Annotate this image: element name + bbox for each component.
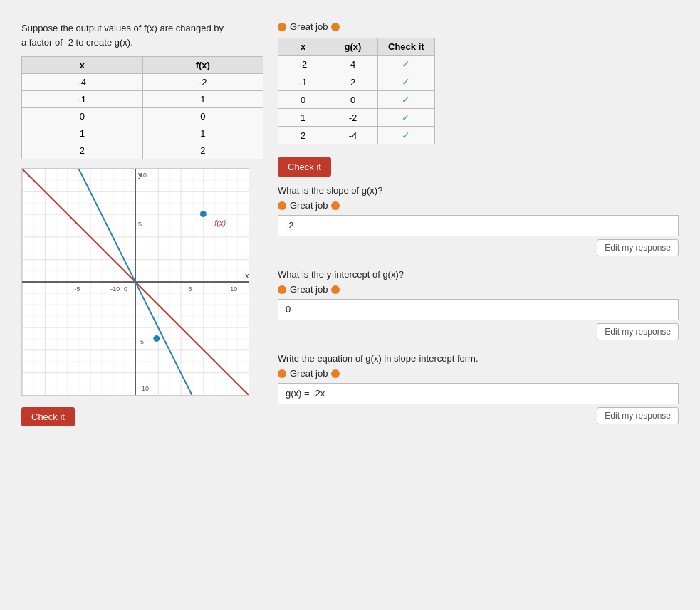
left-table-col-x: x <box>22 57 143 74</box>
left-table-row: 22 <box>22 142 263 159</box>
left-table-row: -11 <box>22 91 263 108</box>
right-table-col-check: Check it <box>378 38 435 56</box>
right-table-row: 2-4✓ <box>278 127 435 144</box>
q1-answer-text: -2 <box>286 220 294 231</box>
svg-text:10: 10 <box>230 285 237 293</box>
left-panel: Suppose the output values of f(x) are ch… <box>21 21 263 437</box>
q2-edit-button[interactable]: Edit my response <box>597 323 679 340</box>
right-table-row: 00✓ <box>278 91 435 109</box>
right-table-col-gx: g(x) <box>328 38 378 56</box>
q1-great-job-dot <box>278 201 286 210</box>
left-table-row: 11 <box>22 125 263 142</box>
q1-edit-button[interactable]: Edit my response <box>597 239 679 256</box>
problem-text: Suppose the output values of f(x) are ch… <box>21 21 263 49</box>
question-3-section: Write the equation of g(x) in slope-inte… <box>278 353 679 424</box>
left-data-table: x f(x) -4-2-11001122 <box>21 56 263 159</box>
top-great-job-dot2 <box>331 23 340 31</box>
q2-great-job-dot2 <box>331 285 340 294</box>
right-panel: Great job x g(x) Check it -24✓-12✓00✓1-2… <box>278 21 679 437</box>
right-table-row: -12✓ <box>278 73 435 91</box>
left-check-button[interactable]: Check it <box>21 407 75 426</box>
q1-great-job-text: Great job <box>290 200 328 211</box>
svg-text:-5: -5 <box>75 285 80 293</box>
main-container: Suppose the output values of f(x) are ch… <box>14 14 686 444</box>
question-2-section: What is the y-intercept of g(x)? Great j… <box>278 269 679 340</box>
svg-point-14 <box>153 335 160 342</box>
q3-great-job-dot <box>278 369 286 378</box>
graph-container: x y -10 10 10 -10 <box>21 168 249 396</box>
right-check-button[interactable]: Check it <box>278 157 331 177</box>
svg-text:5: 5 <box>189 285 192 293</box>
graph-svg: x y -10 10 10 -10 <box>22 169 249 395</box>
q2-great-job-badge: Great job <box>278 284 679 295</box>
q3-answer-text: g(x) = -2x <box>286 388 325 399</box>
q2-great-job-dot <box>278 285 286 294</box>
left-table-row: 00 <box>22 108 263 125</box>
q3-great-job-text: Great job <box>290 368 328 379</box>
q2-great-job-text: Great job <box>290 284 328 295</box>
q1-answer-box: -2 <box>278 215 679 236</box>
q2-answer-text: 0 <box>286 304 291 315</box>
q2-answer-box: 0 <box>278 299 679 320</box>
svg-text:-10: -10 <box>110 285 120 293</box>
q3-great-job-dot2 <box>331 369 340 378</box>
top-great-job-dot <box>278 23 286 31</box>
right-table-col-x: x <box>278 38 328 56</box>
svg-text:5: 5 <box>138 221 142 228</box>
svg-point-13 <box>199 211 207 218</box>
svg-text:10: 10 <box>140 172 147 179</box>
svg-text:f(x): f(x) <box>214 219 226 227</box>
q3-edit-button[interactable]: Edit my response <box>597 407 679 424</box>
left-table-row: -4-2 <box>22 74 263 91</box>
right-table-row: -24✓ <box>278 56 435 73</box>
right-data-table: x g(x) Check it -24✓-12✓00✓1-2✓2-4✓ <box>278 38 435 144</box>
q3-great-job-badge: Great job <box>278 368 679 379</box>
q3-answer-box: g(x) = -2x <box>278 383 679 404</box>
svg-text:-10: -10 <box>140 385 149 392</box>
right-table-row: 1-2✓ <box>278 109 435 127</box>
question-3-text: Write the equation of g(x) in slope-inte… <box>278 353 679 364</box>
left-table-col-fx: f(x) <box>142 57 263 74</box>
q1-great-job-dot2 <box>331 201 340 210</box>
svg-text:x: x <box>245 271 249 280</box>
question-1-text: What is the slope of g(x)? <box>278 185 679 196</box>
question-2-text: What is the y-intercept of g(x)? <box>278 269 679 280</box>
q1-great-job-badge: Great job <box>278 200 679 211</box>
svg-text:0: 0 <box>124 285 127 293</box>
top-great-job-text: Great job <box>290 21 328 32</box>
svg-text:-5: -5 <box>138 338 144 345</box>
top-great-job-badge: Great job <box>278 21 679 32</box>
question-1-section: What is the slope of g(x)? Great job -2 … <box>278 185 679 256</box>
